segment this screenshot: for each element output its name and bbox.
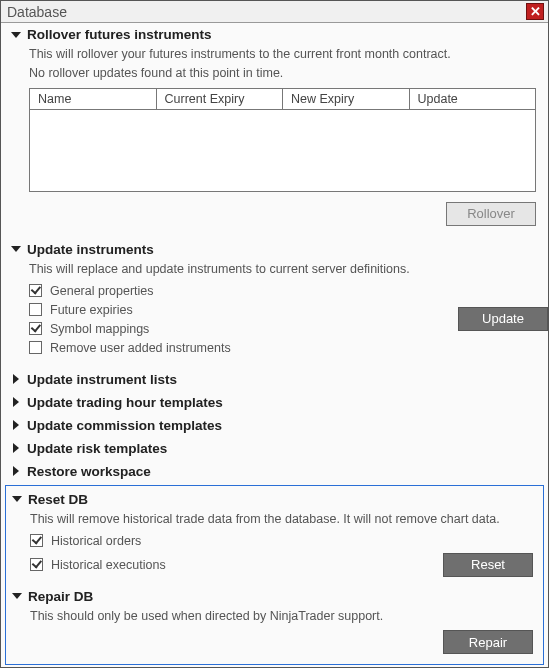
section-update-risk-title: Update risk templates <box>27 441 167 456</box>
caret-down-icon <box>11 32 21 38</box>
opt-historical-executions-label: Historical executions <box>51 558 166 572</box>
section-restore-workspace-header[interactable]: Restore workspace <box>1 460 548 481</box>
checkbox-icon <box>29 303 42 316</box>
section-update-trading-hours-title: Update trading hour templates <box>27 395 223 410</box>
section-update-instruments-title: Update instruments <box>27 242 154 257</box>
caret-right-icon <box>13 466 19 476</box>
opt-historical-orders-label: Historical orders <box>51 534 141 548</box>
section-repair-db-header[interactable]: Repair DB <box>6 585 543 606</box>
section-repair-db-title: Repair DB <box>28 589 93 604</box>
section-update-instrument-lists: Update instrument lists <box>1 368 548 391</box>
checkbox-icon <box>29 284 42 297</box>
col-update: Update <box>409 88 536 109</box>
opt-historical-orders[interactable]: Historical orders <box>30 534 533 548</box>
rollover-button[interactable]: Rollover <box>446 202 536 226</box>
section-repair-db: Repair DB This should only be used when … <box>6 585 543 657</box>
reset-repair-highlight: Reset DB This will remove historical tra… <box>5 485 544 666</box>
opt-symbol-mappings-label: Symbol mappings <box>50 322 149 336</box>
col-name: Name <box>30 88 157 109</box>
rollover-desc-1: This will rollover your futures instrume… <box>29 46 536 63</box>
section-update-instrument-lists-header[interactable]: Update instrument lists <box>1 368 548 389</box>
section-update-commission: Update commission templates <box>1 414 548 437</box>
section-rollover-header[interactable]: Rollover futures instruments <box>1 23 548 44</box>
section-update-risk-header[interactable]: Update risk templates <box>1 437 548 458</box>
opt-historical-executions[interactable]: Historical executions <box>30 558 443 572</box>
rollover-desc-2: No rollover updates found at this point … <box>29 65 536 82</box>
repair-button[interactable]: Repair <box>443 630 533 654</box>
rollover-table: Name Current Expiry New Expiry Update <box>29 88 536 192</box>
caret-right-icon <box>13 397 19 407</box>
section-update-instruments-content: This will replace and update instruments… <box>1 261 548 366</box>
opt-remove-user-added-label: Remove user added instruments <box>50 341 231 355</box>
section-restore-workspace-title: Restore workspace <box>27 464 151 479</box>
section-update-trading-hours: Update trading hour templates <box>1 391 548 414</box>
section-restore-workspace: Restore workspace <box>1 460 548 483</box>
caret-right-icon <box>13 420 19 430</box>
col-current-expiry: Current Expiry <box>156 88 283 109</box>
section-repair-db-content: This should only be used when directed b… <box>6 608 543 655</box>
checkbox-icon <box>30 558 43 571</box>
section-update-risk: Update risk templates <box>1 437 548 460</box>
rollover-table-empty <box>30 109 536 191</box>
section-rollover-content: This will rollover your futures instrume… <box>1 46 548 236</box>
opt-remove-user-added[interactable]: Remove user added instruments <box>29 341 536 355</box>
section-reset-db-title: Reset DB <box>28 492 88 507</box>
close-icon: ✕ <box>530 5 541 18</box>
window-body: Rollover futures instruments This will r… <box>1 23 548 667</box>
section-update-commission-header[interactable]: Update commission templates <box>1 414 548 435</box>
titlebar: Database ✕ <box>1 1 548 23</box>
caret-down-icon <box>11 246 21 252</box>
section-update-instruments-header[interactable]: Update instruments <box>1 238 548 259</box>
section-update-trading-hours-header[interactable]: Update trading hour templates <box>1 391 548 412</box>
database-window: Database ✕ Rollover futures instruments … <box>0 0 549 668</box>
close-button[interactable]: ✕ <box>526 3 544 20</box>
repair-desc: This should only be used when directed b… <box>30 608 533 625</box>
window-title: Database <box>7 4 526 20</box>
section-reset-db-content: This will remove historical trade data f… <box>6 511 543 583</box>
checkbox-icon <box>30 534 43 547</box>
opt-future-expiries-label: Future expiries <box>50 303 133 317</box>
caret-down-icon <box>12 496 22 502</box>
reset-desc: This will remove historical trade data f… <box>30 511 533 528</box>
reset-button[interactable]: Reset <box>443 553 533 577</box>
section-rollover-title: Rollover futures instruments <box>27 27 212 42</box>
caret-right-icon <box>13 443 19 453</box>
section-reset-db-header[interactable]: Reset DB <box>6 488 543 509</box>
caret-down-icon <box>12 593 22 599</box>
section-update-instrument-lists-title: Update instrument lists <box>27 372 177 387</box>
opt-general-properties[interactable]: General properties <box>29 284 536 298</box>
caret-right-icon <box>13 374 19 384</box>
update-instruments-desc: This will replace and update instruments… <box>29 261 536 278</box>
col-new-expiry: New Expiry <box>283 88 410 109</box>
section-rollover: Rollover futures instruments This will r… <box>1 23 548 238</box>
section-update-instruments: Update instruments This will replace and… <box>1 238 548 368</box>
checkbox-icon <box>29 341 42 354</box>
update-button[interactable]: Update <box>458 307 548 331</box>
checkbox-icon <box>29 322 42 335</box>
opt-general-properties-label: General properties <box>50 284 154 298</box>
section-update-commission-title: Update commission templates <box>27 418 222 433</box>
section-reset-db: Reset DB This will remove historical tra… <box>6 488 543 585</box>
